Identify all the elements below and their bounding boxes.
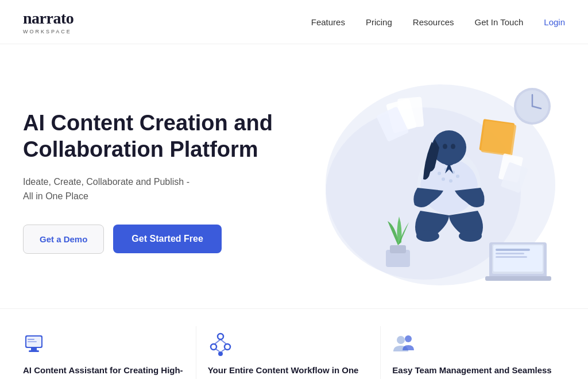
svg-rect-39 — [29, 350, 39, 352]
feature-ai-text: AI Content Assistant for Creating High-P… — [23, 364, 184, 379]
svg-point-47 — [218, 351, 223, 356]
svg-line-45 — [215, 339, 220, 344]
nav-features[interactable]: Features — [311, 17, 345, 27]
hero-svg — [285, 73, 561, 291]
svg-rect-28 — [390, 245, 406, 253]
svg-rect-41 — [28, 341, 37, 342]
hero-section: AI Content Creation and Collaboration Pl… — [0, 44, 588, 308]
logo-subtitle: WORKSPACE — [23, 29, 72, 34]
feature-workflow: Your Entire Content Workflow in One Plac… — [208, 326, 381, 379]
feature-ai: AI Content Assistant for Creating High-P… — [23, 326, 196, 379]
svg-rect-10 — [481, 121, 516, 156]
svg-point-51 — [405, 335, 412, 342]
hero-buttons: Get a Demo Get Started Free — [23, 225, 281, 254]
svg-rect-34 — [496, 256, 527, 258]
svg-line-46 — [220, 339, 226, 344]
svg-line-49 — [222, 349, 225, 351]
main-nav: Features Pricing Resources Get In Touch … — [311, 17, 565, 27]
logo: narrato WORKSPACE — [23, 9, 74, 34]
monitor-icon — [23, 332, 48, 357]
feature-workflow-text: Your Entire Content Workflow in One Plac… — [208, 364, 369, 379]
svg-point-19 — [456, 175, 459, 178]
svg-rect-33 — [496, 253, 524, 254]
hero-content: AI Content Creation and Collaboration Pl… — [23, 110, 281, 253]
nav-contact[interactable]: Get In Touch — [475, 17, 524, 27]
nav-pricing[interactable]: Pricing — [366, 17, 392, 27]
svg-rect-35 — [485, 276, 551, 281]
svg-point-24 — [451, 144, 455, 149]
hero-subtitle: Ideate, Create, Collaborate and Publish … — [23, 175, 281, 204]
cta-button[interactable]: Get Started Free — [113, 225, 221, 253]
nav-login[interactable]: Login — [544, 17, 565, 27]
demo-button[interactable]: Get a Demo — [23, 225, 104, 254]
svg-point-44 — [225, 344, 230, 350]
nav-resources[interactable]: Resources — [413, 17, 454, 27]
svg-point-50 — [397, 336, 405, 344]
hero-illustration — [281, 73, 565, 291]
logo-text: narrato — [23, 9, 74, 28]
header: narrato WORKSPACE Features Pricing Resou… — [0, 0, 588, 44]
svg-point-14 — [438, 172, 441, 175]
workflow-icon — [208, 332, 233, 357]
svg-point-43 — [211, 344, 216, 350]
team-icon — [392, 332, 417, 357]
svg-point-23 — [443, 144, 447, 149]
svg-point-26 — [459, 230, 482, 242]
svg-rect-40 — [28, 339, 34, 340]
svg-line-48 — [216, 349, 219, 351]
svg-point-18 — [449, 179, 452, 183]
features-section: AI Content Assistant for Creating High-P… — [0, 308, 588, 379]
feature-team-text: Easy Team Management and Seamless Collab… — [392, 364, 554, 379]
svg-rect-32 — [496, 249, 530, 251]
hero-title: AI Content Creation and Collaboration Pl… — [23, 110, 281, 163]
svg-point-17 — [442, 177, 445, 181]
svg-point-25 — [416, 230, 439, 242]
feature-team: Easy Team Management and Seamless Collab… — [392, 326, 565, 379]
svg-point-42 — [218, 334, 223, 339]
